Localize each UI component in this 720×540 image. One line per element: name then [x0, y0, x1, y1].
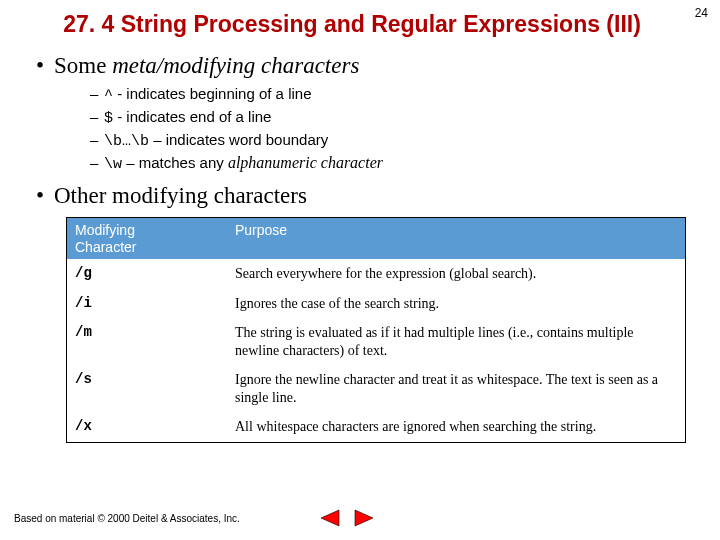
table-row: /m The string is evaluated as if it had …: [67, 318, 685, 365]
sub-item: –\b…\b – indicates word boundary: [90, 131, 692, 150]
th-line1: Modifying: [75, 222, 135, 238]
prev-button[interactable]: [318, 508, 342, 528]
cell-flag: /s: [67, 365, 227, 412]
bullet-other-chars: •Other modifying characters: [36, 183, 692, 209]
sub-dash: –: [90, 85, 104, 102]
sub-item: –$ - indicates end of a line: [90, 108, 692, 127]
bullet-text-em: meta/modifying characters: [112, 53, 359, 78]
sub-text: - indicates end of a line: [113, 108, 271, 125]
sub-text: – indicates word boundary: [149, 131, 328, 148]
cell-flag: /m: [67, 318, 227, 365]
table-row: /s Ignore the newline character and trea…: [67, 365, 685, 412]
cell-purpose: Ignore the newline character and treat i…: [227, 365, 685, 412]
code-dollar: $: [104, 110, 113, 127]
table-row: /i Ignores the case of the search string…: [67, 289, 685, 319]
cell-purpose: Ignores the case of the search string.: [227, 289, 685, 319]
next-button[interactable]: [352, 508, 376, 528]
triangle-left-icon: [319, 509, 341, 527]
cell-purpose: Search everywhere for the expression (gl…: [227, 259, 685, 289]
sub-text: - indicates beginning of a line: [113, 85, 311, 102]
cell-purpose: The string is evaluated as if it had mul…: [227, 318, 685, 365]
sub-text-prefix: – matches any: [122, 154, 228, 171]
cell-flag: /g: [67, 259, 227, 289]
table-row: /x All whitespace characters are ignored…: [67, 412, 685, 442]
code-caret: ^: [104, 87, 113, 104]
sub-text-em: alphanumeric character: [228, 154, 383, 171]
code-wordbound: \b…\b: [104, 133, 149, 150]
cell-flag: /i: [67, 289, 227, 319]
code-wordchar: \w: [104, 156, 122, 173]
bullet-text: Other modifying characters: [54, 183, 307, 208]
th-modifying-character: Modifying Character: [67, 218, 227, 260]
cell-purpose: All whitespace characters are ignored wh…: [227, 412, 685, 442]
triangle-right-icon: [353, 509, 375, 527]
sub-item: –^ - indicates beginning of a line: [90, 85, 692, 104]
sub-dash: –: [90, 108, 104, 125]
sub-dash: –: [90, 131, 104, 148]
sub-item: –\w – matches any alphanumeric character: [90, 154, 692, 173]
bullet-dot: •: [36, 183, 54, 209]
page-number: 24: [695, 6, 708, 20]
cell-flag: /x: [67, 412, 227, 442]
svg-marker-1: [355, 510, 373, 526]
footer-credit: Based on material © 2000 Deitel & Associ…: [14, 513, 240, 524]
bullet-text-prefix: Some: [54, 53, 112, 78]
bullet-dot: •: [36, 53, 54, 79]
bullet-meta-chars: •Some meta/modifying characters: [36, 53, 692, 79]
th-line2: Character: [75, 239, 136, 255]
modifiers-table: Modifying Character Purpose /g Search ev…: [66, 217, 686, 443]
slide: 24 27. 4 String Processing and Regular E…: [0, 0, 720, 540]
sub-dash: –: [90, 154, 104, 171]
table-header: Modifying Character Purpose: [67, 218, 685, 260]
svg-marker-0: [321, 510, 339, 526]
table-row: /g Search everywhere for the expression …: [67, 259, 685, 289]
nav-buttons: [318, 508, 376, 528]
slide-title: 27. 4 String Processing and Regular Expr…: [36, 10, 668, 39]
th-purpose: Purpose: [227, 218, 685, 260]
